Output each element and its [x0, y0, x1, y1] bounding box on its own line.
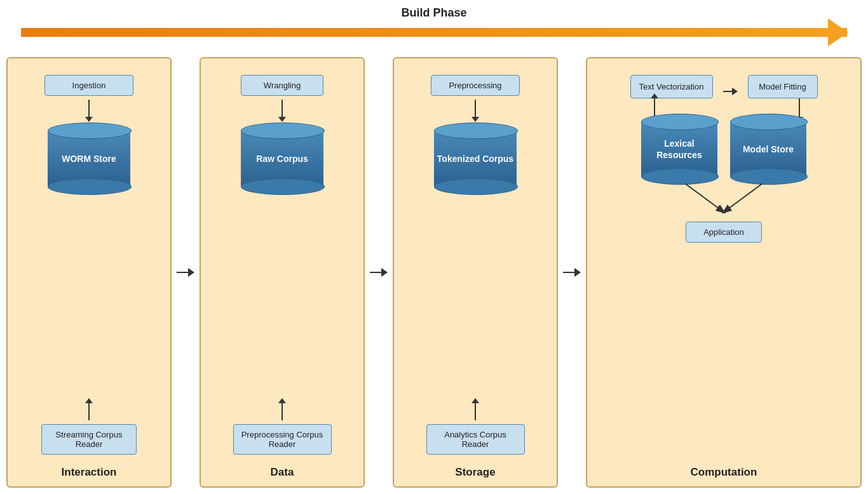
- storage-panel: Preprocessing Tokenized Corpus Analytics…: [393, 57, 558, 488]
- interaction-panel: Ingestion WORM Store Streaming Corpus Re…: [6, 57, 172, 488]
- ingestion-box: Ingestion: [44, 75, 133, 96]
- h-arrow-head-1: [188, 268, 194, 277]
- svg-line-1: [724, 184, 763, 212]
- svg-line-0: [685, 184, 724, 212]
- arrow-data-to-storage: [370, 268, 388, 277]
- computation-panel: Text Vectorization Model Fitting: [586, 57, 862, 488]
- computation-content: Text Vectorization Model Fitting: [595, 69, 853, 461]
- main-diagram: Ingestion WORM Store Streaming Corpus Re…: [6, 57, 862, 488]
- model-store-cylinder: Model Store: [730, 121, 806, 177]
- worm-store-label: WORM Store: [62, 153, 116, 164]
- worm-store-wrap: WORM Store: [48, 130, 130, 187]
- analytics-reader-box: Analytics Corpus Reader: [426, 424, 525, 455]
- h-arrow-head-3: [574, 268, 581, 277]
- h-arrow-head-2: [381, 268, 388, 277]
- text-vectorization-box: Text Vectorization: [630, 75, 713, 98]
- arrow-streaming-to-worm: [88, 403, 90, 420]
- h-arrow-line-2: [370, 272, 381, 273]
- tokenized-corpus-wrap: Tokenized Corpus: [434, 130, 517, 187]
- arrow-modelfitting-down: [799, 98, 800, 117]
- arrow-textvec-up: [654, 98, 655, 117]
- tokenized-corpus-label: Tokenized Corpus: [437, 153, 513, 164]
- arrow-analytics-to-tokenized: [475, 403, 476, 420]
- comp-top-row: Text Vectorization Model Fitting: [595, 75, 853, 98]
- wrangling-box: Wrangling: [241, 75, 323, 96]
- model-store-label: Model Store: [743, 144, 794, 155]
- lexical-resources-label: Lexical Resources: [641, 138, 717, 161]
- comp-diag-arrows: [595, 177, 853, 222]
- data-content: Wrangling Raw Corpus Preprocessing Corpu…: [208, 69, 356, 461]
- build-phase-header: Build Phase: [0, 6, 868, 41]
- data-label: Data: [271, 461, 294, 479]
- arrow-head: [828, 18, 848, 46]
- arrow-prepreader-to-rawcorpus: [281, 403, 283, 420]
- raw-corpus-label: Raw Corpus: [256, 153, 308, 164]
- model-store-wrap: Model Store: [730, 121, 806, 177]
- arrow-line: [21, 28, 847, 37]
- comp-mid-row: Lexical Resources Model Store: [595, 121, 853, 177]
- build-phase-arrow: [21, 23, 847, 41]
- arrow-textvec-to-modelfitting: [723, 88, 738, 95]
- preprocessing-box: Preprocessing: [431, 75, 520, 96]
- lexical-resources-cylinder: Lexical Resources: [641, 121, 717, 177]
- arrow-ingestion-to-worm: [88, 100, 90, 117]
- diag-arrows-svg: [595, 177, 853, 222]
- preprocessing-reader-box: Preprocessing Corpus Reader: [233, 424, 332, 455]
- lexical-resources-wrap: Lexical Resources: [641, 121, 717, 177]
- h-arrow-line-1: [177, 272, 188, 273]
- arrow-interaction-to-data: [177, 268, 194, 277]
- h-arrow-line-3: [563, 272, 574, 273]
- model-fitting-box: Model Fitting: [748, 75, 818, 98]
- interaction-content: Ingestion WORM Store Streaming Corpus Re…: [15, 69, 163, 461]
- tokenized-corpus-cylinder: Tokenized Corpus: [434, 130, 517, 187]
- raw-corpus-cylinder: Raw Corpus: [241, 130, 323, 187]
- arrow-storage-to-computation: [563, 268, 581, 277]
- comp-mid-arrows: [595, 98, 853, 119]
- computation-label: Computation: [691, 461, 757, 479]
- streaming-reader-box: Streaming Corpus Reader: [41, 424, 137, 455]
- data-panel: Wrangling Raw Corpus Preprocessing Corpu…: [200, 57, 365, 488]
- storage-content: Preprocessing Tokenized Corpus Analytics…: [402, 69, 549, 461]
- interaction-label: Interaction: [62, 461, 117, 479]
- raw-corpus-wrap: Raw Corpus: [241, 130, 323, 187]
- application-box: Application: [686, 222, 762, 243]
- build-phase-title: Build Phase: [401, 6, 466, 20]
- arrow-wrangling-to-rawcorpus: [281, 100, 283, 117]
- arrow-prep-to-tokenized: [475, 100, 476, 117]
- storage-label: Storage: [455, 461, 495, 479]
- worm-store-cylinder: WORM Store: [48, 130, 130, 187]
